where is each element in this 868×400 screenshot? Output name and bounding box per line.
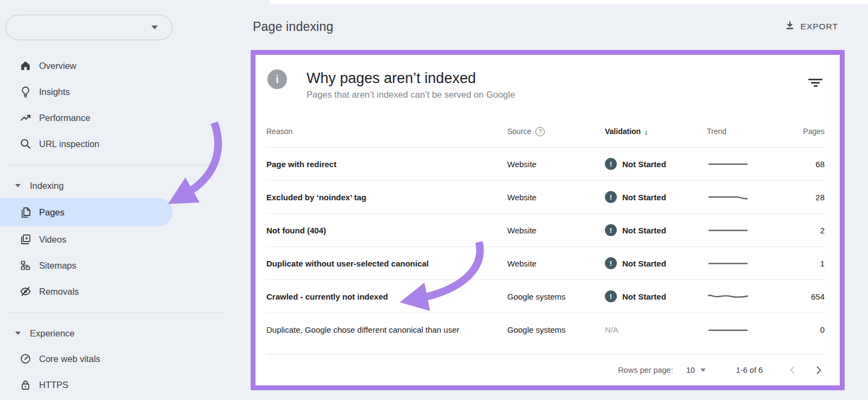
validation-cell: ! Not Started <box>605 257 707 269</box>
page-title: Page indexing <box>253 20 333 34</box>
reason-cell: Duplicate, Google chose different canoni… <box>266 325 507 334</box>
next-page-icon[interactable] <box>813 364 825 376</box>
validation-alert-icon: ! <box>605 224 617 236</box>
trend-sparkline <box>707 192 776 202</box>
table-row[interactable]: Duplicate without user-selected canonica… <box>266 247 825 280</box>
sidebar-item-label: Overview <box>39 61 76 71</box>
table-row[interactable]: Page with redirect Website ! Not Started… <box>266 148 825 181</box>
table-footer: Rows per page: 10 1-6 of 6 <box>266 354 825 385</box>
sidebar-item-label: Core web vitals <box>39 354 100 364</box>
info-icon: i <box>267 69 287 89</box>
sitemaps-icon <box>20 259 31 271</box>
pages-count-cell: 2 <box>776 226 825 235</box>
trend-sparkline <box>707 325 776 335</box>
validation-alert-icon: ! <box>605 191 617 203</box>
sidebar-divider <box>9 165 225 166</box>
lock-icon <box>20 379 31 391</box>
table-row[interactable]: Excluded by ‘noindex’ tag Website ! Not … <box>266 181 825 214</box>
validation-status: Not Started <box>622 226 666 235</box>
column-header-reason: Reason <box>266 127 507 136</box>
sidebar-section-experience[interactable]: Experience <box>0 321 233 346</box>
reason-cell: Not found (404) <box>266 226 507 235</box>
sidebar-item-sitemaps[interactable]: Sitemaps <box>0 252 233 278</box>
table-row[interactable]: Crawled - currently not indexed Google s… <box>266 280 825 313</box>
pages-icon <box>20 206 31 218</box>
sidebar-nav: Overview Insights Performance URL inspec… <box>0 53 233 398</box>
column-header-source: Source ? <box>507 127 605 136</box>
validation-cell: ! Not Started <box>605 224 707 236</box>
sidebar-item-label: HTTPS <box>39 380 68 390</box>
export-label: EXPORT <box>801 22 838 31</box>
previous-page-icon[interactable] <box>787 364 799 376</box>
validation-cell: ! Not Started <box>605 158 707 170</box>
reasons-table: Reason Source ? Validation ↓ Trend Pages… <box>256 116 840 385</box>
rows-per-page-label: Rows per page: <box>618 366 673 374</box>
source-cell: Website <box>507 259 605 268</box>
sidebar-item-pages[interactable]: Pages <box>0 198 173 226</box>
sidebar-item-insights[interactable]: Insights <box>0 79 233 105</box>
validation-status: Not Started <box>622 193 666 202</box>
validation-alert-icon: ! <box>605 158 617 170</box>
validation-alert-icon: ! <box>605 290 617 302</box>
sidebar-item-https[interactable]: HTTPS <box>0 372 233 398</box>
trending-up-icon <box>20 112 31 124</box>
pages-count-cell: 1 <box>776 259 825 268</box>
validation-status: Not Started <box>622 259 666 268</box>
rows-per-page-value[interactable]: 10 <box>686 366 695 374</box>
sidebar-item-label: Videos <box>39 234 66 245</box>
sidebar-item-removals[interactable]: Removals <box>0 278 233 304</box>
validation-cell: N/A <box>605 325 707 334</box>
eye-off-icon <box>20 285 31 297</box>
sidebar-item-label: URL inspection <box>39 139 99 149</box>
sidebar-item-label: Insights <box>39 87 70 97</box>
sidebar-item-performance[interactable]: Performance <box>0 105 233 131</box>
pages-count-cell: 0 <box>776 325 825 334</box>
pages-count-cell: 68 <box>776 160 825 169</box>
caret-down-icon <box>15 332 21 335</box>
reason-cell: Excluded by ‘noindex’ tag <box>266 193 507 202</box>
help-icon[interactable]: ? <box>535 127 545 136</box>
validation-status: Not Started <box>622 292 666 301</box>
card-title: Why pages aren’t indexed <box>307 69 515 87</box>
pages-count-cell: 28 <box>776 193 825 202</box>
sort-descending-icon: ↓ <box>644 127 648 136</box>
sidebar: Overview Insights Performance URL inspec… <box>0 0 233 400</box>
reason-cell: Page with redirect <box>266 160 507 169</box>
export-button[interactable]: EXPORT <box>785 21 838 33</box>
table-header-row: Reason Source ? Validation ↓ Trend Pages <box>266 116 825 148</box>
table-row[interactable]: Duplicate, Google chose different canoni… <box>266 313 825 346</box>
table-body: Page with redirect Website ! Not Started… <box>266 148 825 346</box>
property-selector[interactable] <box>5 15 173 40</box>
sidebar-item-url-inspection[interactable]: URL inspection <box>0 131 233 157</box>
pagination-range: 1-6 of 6 <box>736 366 763 374</box>
download-icon <box>785 21 795 33</box>
sidebar-item-videos[interactable]: Videos <box>0 226 233 252</box>
column-header-pages: Pages <box>776 127 825 136</box>
sidebar-divider <box>9 313 225 313</box>
validation-status: Not Started <box>622 160 666 169</box>
reason-cell: Duplicate without user-selected canonica… <box>266 259 507 268</box>
source-cell: Website <box>507 193 605 202</box>
speedometer-icon <box>20 353 31 365</box>
column-header-trend: Trend <box>707 127 776 136</box>
lightbulb-icon <box>20 86 31 98</box>
filter-icon[interactable] <box>808 79 822 88</box>
top-edge-strip <box>270 0 868 4</box>
pages-count-cell: 654 <box>776 292 825 301</box>
chevron-down-icon[interactable] <box>700 369 706 372</box>
validation-alert-icon: ! <box>605 257 617 269</box>
source-cell: Google systems <box>507 292 605 301</box>
sidebar-section-indexing[interactable]: Indexing <box>0 173 233 198</box>
videos-icon <box>20 233 31 245</box>
reason-cell: Crawled - currently not indexed <box>266 292 507 301</box>
sidebar-item-core-web-vitals[interactable]: Core web vitals <box>0 346 233 372</box>
column-header-validation[interactable]: Validation ↓ <box>605 127 707 136</box>
trend-sparkline <box>707 291 776 302</box>
why-pages-arent-indexed-card: i Why pages aren’t indexed Pages that ar… <box>251 50 845 390</box>
search-icon <box>20 138 31 150</box>
source-cell: Website <box>507 160 605 169</box>
validation-cell: ! Not Started <box>605 191 707 203</box>
table-row[interactable]: Not found (404) Website ! Not Started 2 <box>266 214 825 247</box>
sidebar-item-label: Removals <box>39 287 79 297</box>
sidebar-item-overview[interactable]: Overview <box>0 53 233 79</box>
